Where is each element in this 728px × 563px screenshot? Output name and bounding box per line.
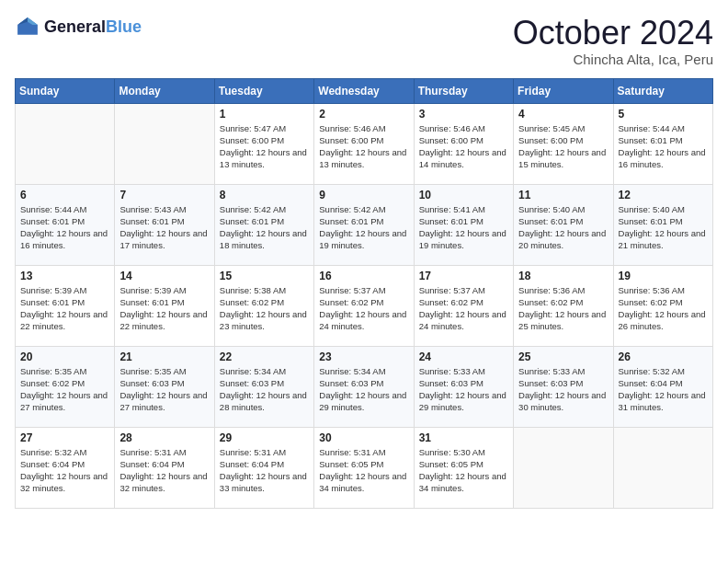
calendar-cell: 26Sunrise: 5:32 AMSunset: 6:04 PMDayligh… bbox=[613, 346, 712, 427]
day-number: 19 bbox=[619, 270, 708, 282]
day-info: Sunrise: 5:31 AMSunset: 6:05 PMDaylight:… bbox=[319, 446, 408, 495]
day-info: Sunrise: 5:40 AMSunset: 6:01 PMDaylight:… bbox=[518, 203, 608, 252]
day-info: Sunrise: 5:45 AMSunset: 6:00 PMDaylight:… bbox=[518, 122, 608, 171]
calendar-cell: 30Sunrise: 5:31 AMSunset: 6:05 PMDayligh… bbox=[314, 427, 414, 508]
day-info: Sunrise: 5:47 AMSunset: 6:00 PMDaylight:… bbox=[220, 122, 309, 171]
calendar-cell: 12Sunrise: 5:40 AMSunset: 6:01 PMDayligh… bbox=[613, 184, 712, 265]
week-row-2: 6Sunrise: 5:44 AMSunset: 6:01 PMDaylight… bbox=[16, 184, 713, 265]
calendar-cell: 3Sunrise: 5:46 AMSunset: 6:00 PMDaylight… bbox=[414, 103, 513, 184]
day-number: 13 bbox=[20, 270, 109, 282]
day-info: Sunrise: 5:31 AMSunset: 6:04 PMDaylight:… bbox=[220, 446, 309, 495]
day-info: Sunrise: 5:32 AMSunset: 6:04 PMDaylight:… bbox=[619, 365, 708, 414]
day-number: 3 bbox=[419, 108, 508, 121]
week-row-1: 1Sunrise: 5:47 AMSunset: 6:00 PMDaylight… bbox=[16, 103, 713, 184]
day-info: Sunrise: 5:44 AMSunset: 6:01 PMDaylight:… bbox=[20, 203, 109, 252]
day-info: Sunrise: 5:33 AMSunset: 6:03 PMDaylight:… bbox=[419, 365, 508, 414]
calendar-cell bbox=[115, 103, 214, 184]
day-info: Sunrise: 5:36 AMSunset: 6:02 PMDaylight:… bbox=[619, 284, 708, 333]
day-info: Sunrise: 5:42 AMSunset: 6:01 PMDaylight:… bbox=[220, 203, 309, 252]
weekday-header-saturday: Saturday bbox=[613, 78, 712, 103]
day-info: Sunrise: 5:33 AMSunset: 6:03 PMDaylight:… bbox=[518, 365, 608, 414]
calendar-cell: 16Sunrise: 5:37 AMSunset: 6:02 PMDayligh… bbox=[314, 265, 414, 346]
day-info: Sunrise: 5:34 AMSunset: 6:03 PMDaylight:… bbox=[220, 365, 309, 414]
calendar-table: SundayMondayTuesdayWednesdayThursdayFrid… bbox=[15, 78, 713, 509]
day-number: 1 bbox=[220, 108, 309, 121]
day-info: Sunrise: 5:38 AMSunset: 6:02 PMDaylight:… bbox=[220, 284, 309, 333]
day-number: 15 bbox=[220, 270, 309, 282]
day-number: 29 bbox=[220, 431, 309, 444]
logo-icon bbox=[15, 15, 40, 40]
day-info: Sunrise: 5:32 AMSunset: 6:04 PMDaylight:… bbox=[20, 446, 109, 495]
day-info: Sunrise: 5:35 AMSunset: 6:03 PMDaylight:… bbox=[119, 365, 209, 414]
day-info: Sunrise: 5:42 AMSunset: 6:01 PMDaylight:… bbox=[319, 203, 408, 252]
calendar-cell: 25Sunrise: 5:33 AMSunset: 6:03 PMDayligh… bbox=[514, 346, 613, 427]
day-number: 6 bbox=[20, 189, 109, 201]
calendar-cell: 29Sunrise: 5:31 AMSunset: 6:04 PMDayligh… bbox=[214, 427, 313, 508]
day-number: 28 bbox=[119, 431, 209, 444]
day-info: Sunrise: 5:44 AMSunset: 6:01 PMDaylight:… bbox=[619, 122, 708, 171]
calendar-cell bbox=[16, 103, 115, 184]
weekday-header-monday: Monday bbox=[115, 78, 214, 103]
weekday-header-tuesday: Tuesday bbox=[214, 78, 313, 103]
day-number: 7 bbox=[119, 189, 209, 201]
day-info: Sunrise: 5:39 AMSunset: 6:01 PMDaylight:… bbox=[119, 284, 209, 333]
day-number: 12 bbox=[619, 189, 708, 201]
day-number: 30 bbox=[319, 431, 408, 444]
logo: GeneralBlue bbox=[15, 15, 142, 40]
day-info: Sunrise: 5:39 AMSunset: 6:01 PMDaylight:… bbox=[20, 284, 109, 333]
day-number: 16 bbox=[319, 270, 408, 282]
calendar-cell: 1Sunrise: 5:47 AMSunset: 6:00 PMDaylight… bbox=[214, 103, 313, 184]
day-info: Sunrise: 5:36 AMSunset: 6:02 PMDaylight:… bbox=[518, 284, 608, 333]
day-number: 4 bbox=[518, 108, 608, 121]
day-info: Sunrise: 5:43 AMSunset: 6:01 PMDaylight:… bbox=[119, 203, 209, 252]
calendar-cell: 20Sunrise: 5:35 AMSunset: 6:02 PMDayligh… bbox=[16, 346, 115, 427]
day-number: 23 bbox=[319, 350, 408, 363]
month-title: October 2024 bbox=[513, 15, 713, 52]
calendar-cell: 13Sunrise: 5:39 AMSunset: 6:01 PMDayligh… bbox=[16, 265, 115, 346]
day-number: 27 bbox=[20, 431, 109, 444]
day-info: Sunrise: 5:41 AMSunset: 6:01 PMDaylight:… bbox=[419, 203, 508, 252]
calendar-cell: 7Sunrise: 5:43 AMSunset: 6:01 PMDaylight… bbox=[115, 184, 214, 265]
day-number: 26 bbox=[619, 350, 708, 363]
calendar-cell: 21Sunrise: 5:35 AMSunset: 6:03 PMDayligh… bbox=[115, 346, 214, 427]
day-info: Sunrise: 5:37 AMSunset: 6:02 PMDaylight:… bbox=[419, 284, 508, 333]
day-number: 2 bbox=[319, 108, 408, 121]
calendar-cell: 5Sunrise: 5:44 AMSunset: 6:01 PMDaylight… bbox=[613, 103, 712, 184]
day-info: Sunrise: 5:30 AMSunset: 6:05 PMDaylight:… bbox=[419, 446, 508, 495]
day-number: 31 bbox=[419, 431, 508, 444]
weekday-header-thursday: Thursday bbox=[414, 78, 513, 103]
week-row-3: 13Sunrise: 5:39 AMSunset: 6:01 PMDayligh… bbox=[16, 265, 713, 346]
weekday-header-sunday: Sunday bbox=[16, 78, 115, 103]
weekday-header-row: SundayMondayTuesdayWednesdayThursdayFrid… bbox=[16, 78, 713, 103]
day-info: Sunrise: 5:46 AMSunset: 6:00 PMDaylight:… bbox=[419, 122, 508, 171]
calendar-cell: 4Sunrise: 5:45 AMSunset: 6:00 PMDaylight… bbox=[514, 103, 613, 184]
day-number: 8 bbox=[220, 189, 309, 201]
day-number: 20 bbox=[20, 350, 109, 363]
day-number: 25 bbox=[518, 350, 608, 363]
day-info: Sunrise: 5:34 AMSunset: 6:03 PMDaylight:… bbox=[319, 365, 408, 414]
day-number: 22 bbox=[220, 350, 309, 363]
page-header: GeneralBlue October 2024 Chincha Alta, I… bbox=[15, 15, 713, 67]
day-number: 11 bbox=[518, 189, 608, 201]
day-number: 24 bbox=[419, 350, 508, 363]
calendar-cell: 18Sunrise: 5:36 AMSunset: 6:02 PMDayligh… bbox=[514, 265, 613, 346]
day-number: 17 bbox=[419, 270, 508, 282]
day-info: Sunrise: 5:40 AMSunset: 6:01 PMDaylight:… bbox=[619, 203, 708, 252]
day-number: 21 bbox=[119, 350, 209, 363]
day-number: 10 bbox=[419, 189, 508, 201]
calendar-cell bbox=[514, 427, 613, 508]
logo-text: GeneralBlue bbox=[44, 18, 142, 37]
day-number: 9 bbox=[319, 189, 408, 201]
calendar-cell: 19Sunrise: 5:36 AMSunset: 6:02 PMDayligh… bbox=[613, 265, 712, 346]
calendar-cell: 14Sunrise: 5:39 AMSunset: 6:01 PMDayligh… bbox=[115, 265, 214, 346]
calendar-cell bbox=[613, 427, 712, 508]
day-number: 14 bbox=[119, 270, 209, 282]
day-info: Sunrise: 5:37 AMSunset: 6:02 PMDaylight:… bbox=[319, 284, 408, 333]
weekday-header-friday: Friday bbox=[514, 78, 613, 103]
title-block: October 2024 Chincha Alta, Ica, Peru bbox=[513, 15, 713, 67]
calendar-cell: 6Sunrise: 5:44 AMSunset: 6:01 PMDaylight… bbox=[16, 184, 115, 265]
day-number: 18 bbox=[518, 270, 608, 282]
calendar-cell: 23Sunrise: 5:34 AMSunset: 6:03 PMDayligh… bbox=[314, 346, 414, 427]
calendar-cell: 27Sunrise: 5:32 AMSunset: 6:04 PMDayligh… bbox=[16, 427, 115, 508]
calendar-cell: 24Sunrise: 5:33 AMSunset: 6:03 PMDayligh… bbox=[414, 346, 513, 427]
